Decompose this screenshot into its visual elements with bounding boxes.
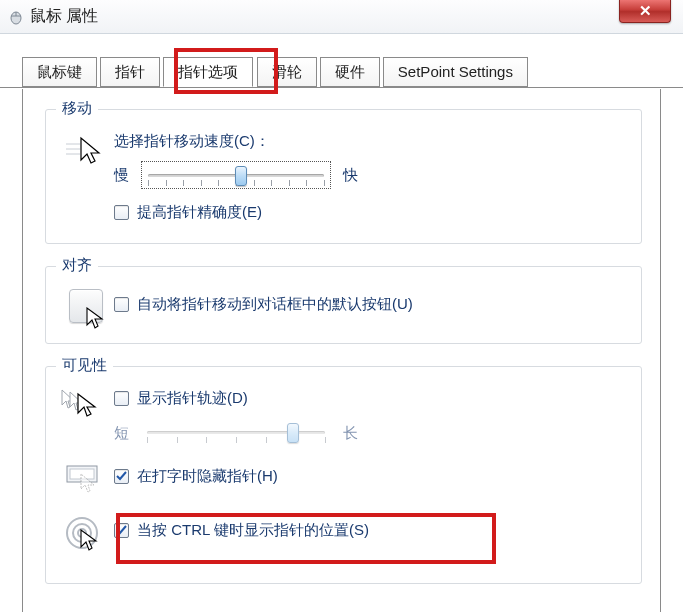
mouse-icon <box>8 9 24 25</box>
speed-fast-label: 快 <box>343 166 358 185</box>
tab-setpoint[interactable]: SetPoint Settings <box>383 57 528 87</box>
group-visibility-legend: 可见性 <box>56 356 113 375</box>
cursor-icon <box>80 529 100 553</box>
group-motion-legend: 移动 <box>56 99 98 118</box>
pointer-trails-icon <box>61 389 111 427</box>
pointer-trail-length-slider[interactable] <box>141 419 331 447</box>
pointer-speed-label: 选择指针移动速度(C)： <box>114 132 629 151</box>
window-title: 鼠标 属性 <box>30 6 98 27</box>
group-motion: 移动 选择指针移动速度(C)： 慢 <box>45 109 642 244</box>
tab-wheel[interactable]: 滑轮 <box>257 57 317 87</box>
enhance-precision-checkbox[interactable]: 提高指针精确度(E) <box>114 203 262 222</box>
tab-pointers[interactable]: 指针 <box>100 57 160 87</box>
trail-short-label: 短 <box>114 424 129 443</box>
tab-page-pointer-options: 移动 选择指针移动速度(C)： 慢 <box>22 89 661 612</box>
ctrl-locate-label: 当按 CTRL 键时显示指针的位置(S) <box>137 521 369 540</box>
tab-strip: 鼠标键 指针 指针选项 滑轮 硬件 SetPoint Settings <box>0 54 683 88</box>
hide-while-typing-label: 在打字时隐藏指针(H) <box>137 467 278 486</box>
tab-mouse-buttons[interactable]: 鼠标键 <box>22 57 97 87</box>
pointer-speed-slider[interactable] <box>141 161 331 189</box>
group-visibility: 可见性 显示指针轨迹(D) <box>45 366 642 584</box>
cursor-icon <box>86 307 106 331</box>
group-snap: 对齐 自动将指针移动到对话框中的默认按钮(U) <box>45 266 642 344</box>
trail-long-label: 长 <box>343 424 358 443</box>
cursor-dim-icon <box>80 473 98 495</box>
ctrl-locate-checkbox[interactable]: 当按 CTRL 键时显示指针的位置(S) <box>114 521 369 540</box>
close-button[interactable]: ✕ <box>619 0 671 23</box>
snap-to-default-label: 自动将指针移动到对话框中的默认按钮(U) <box>137 295 413 314</box>
group-snap-legend: 对齐 <box>56 256 98 275</box>
tab-pointer-options[interactable]: 指针选项 <box>163 57 253 87</box>
pointer-speed-icon <box>64 132 108 168</box>
speed-slow-label: 慢 <box>114 166 129 185</box>
pointer-trails-checkbox[interactable]: 显示指针轨迹(D) <box>114 389 248 408</box>
hide-while-typing-checkbox[interactable]: 在打字时隐藏指针(H) <box>114 467 278 486</box>
pointer-trails-label: 显示指针轨迹(D) <box>137 389 248 408</box>
close-icon: ✕ <box>639 3 652 18</box>
tab-hardware[interactable]: 硬件 <box>320 57 380 87</box>
snap-to-default-checkbox[interactable]: 自动将指针移动到对话框中的默认按钮(U) <box>114 295 413 314</box>
titlebar: 鼠标 属性 ✕ <box>0 0 683 34</box>
enhance-precision-label: 提高指针精确度(E) <box>137 203 262 222</box>
